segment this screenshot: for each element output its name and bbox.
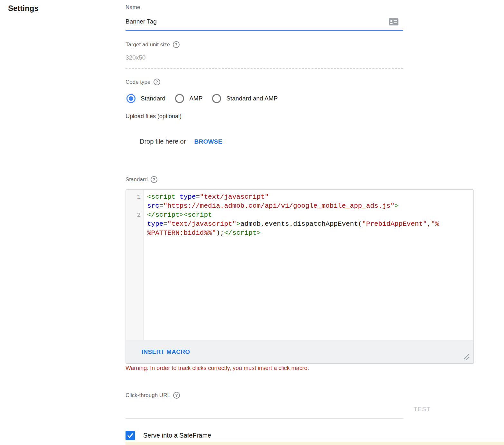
code-line[interactable]: </script><script xyxy=(147,211,473,220)
code-editor-textarea[interactable]: 12 <script type="text/javascript"src="ht… xyxy=(126,190,473,340)
name-field xyxy=(126,15,403,31)
page-title: Settings xyxy=(8,4,39,13)
code-type-label: Code type ? xyxy=(126,79,160,85)
radio-option-standard[interactable]: Standard xyxy=(126,94,165,103)
line-number xyxy=(126,220,144,229)
checkmark-icon xyxy=(126,432,134,439)
upload-files-label: Upload files (optional) xyxy=(126,113,182,120)
contact-card-icon[interactable] xyxy=(389,18,398,26)
line-number xyxy=(126,229,144,238)
line-number: 2 xyxy=(126,211,144,220)
radio-icon[interactable] xyxy=(126,94,135,103)
line-number: 1 xyxy=(126,193,144,202)
code-line[interactable]: type="text/javascript">admob.events.disp… xyxy=(147,220,473,229)
radio-label: AMP xyxy=(189,95,202,102)
target-ad-unit-size-value: 320x50 xyxy=(126,54,403,69)
test-button[interactable]: TEST xyxy=(414,406,431,413)
standard-code-label: Standard ? xyxy=(126,176,157,183)
code-type-options: StandardAMPStandard and AMP xyxy=(126,93,287,104)
code-editor: 12 <script type="text/javascript"src="ht… xyxy=(126,189,474,364)
insert-macro-button[interactable]: INSERT MACRO xyxy=(142,348,190,355)
browse-button[interactable]: BROWSE xyxy=(194,138,222,145)
safeframe-checkbox[interactable] xyxy=(126,431,135,440)
file-drop-zone[interactable]: Drop file here or BROWSE xyxy=(140,138,222,145)
safeframe-label: Serve into a SafeFrame xyxy=(143,432,211,439)
code-content[interactable]: <script type="text/javascript"src="https… xyxy=(144,190,473,340)
code-line[interactable]: src="https://media.admob.com/api/v1/goog… xyxy=(147,202,473,211)
radio-label: Standard xyxy=(141,95,165,102)
help-icon[interactable]: ? xyxy=(154,79,160,85)
target-ad-unit-size-label: Target ad unit size ? xyxy=(126,41,180,48)
click-macro-warning: Warning: In order to track clicks correc… xyxy=(126,365,309,372)
settings-page: Settings Name Target ad unit size ? 320x… xyxy=(0,0,504,445)
name-input[interactable] xyxy=(126,15,377,25)
name-label: Name xyxy=(126,4,140,11)
help-icon[interactable]: ? xyxy=(173,392,180,399)
drop-file-text: Drop file here or xyxy=(140,138,186,145)
click-through-url-input[interactable] xyxy=(126,406,403,419)
line-number-gutter: 12 xyxy=(126,190,144,340)
radio-icon[interactable] xyxy=(175,94,184,103)
radio-icon[interactable] xyxy=(212,94,221,103)
radio-option-standard-and-amp[interactable]: Standard and AMP xyxy=(212,94,278,103)
resize-handle-icon[interactable] xyxy=(462,353,470,361)
radio-label: Standard and AMP xyxy=(226,95,278,102)
notice-bar xyxy=(126,442,504,445)
safeframe-row: Serve into a SafeFrame xyxy=(126,431,211,440)
help-icon[interactable]: ? xyxy=(151,176,157,183)
code-line[interactable]: <script type="text/javascript" xyxy=(147,193,473,202)
click-through-url-label: Click-through URL ? xyxy=(126,392,180,399)
line-number xyxy=(126,202,144,211)
radio-option-amp[interactable]: AMP xyxy=(175,94,202,103)
settings-form: Name Target ad unit size ? 320x50 Code t… xyxy=(126,0,504,445)
help-icon[interactable]: ? xyxy=(173,41,180,48)
code-line[interactable]: %PATTERN:bidid%%");</script> xyxy=(147,229,473,238)
code-editor-footer: INSERT MACRO xyxy=(126,340,473,363)
